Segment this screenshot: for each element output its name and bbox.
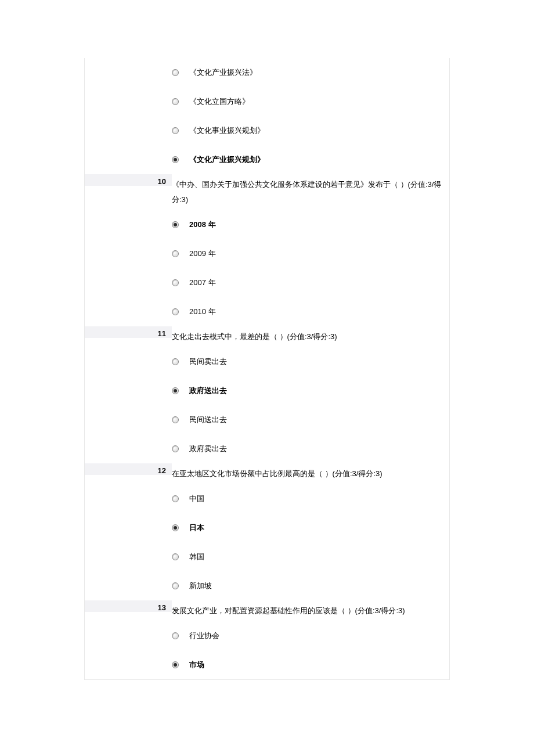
radio-button[interactable] [172, 221, 179, 228]
radio-button[interactable] [172, 98, 179, 105]
radio-button[interactable] [172, 358, 179, 365]
option-label: 韩国 [189, 552, 204, 562]
option-label: 日本 [189, 523, 204, 533]
radio-button[interactable] [172, 495, 179, 502]
question-block: 12在亚太地区文化市场份额中占比例最高的是（ ）(分值:3/得分:3)中国日本韩… [85, 463, 449, 600]
questions-root: 10《中办、国办关于加强公共文化服务体系建设的若干意见》发布于（ ）(分值:3/… [85, 174, 449, 679]
spacer [85, 58, 172, 174]
option-label: 民间卖出去 [189, 357, 227, 367]
radio-button[interactable] [172, 661, 179, 668]
question-number: 13 [85, 600, 172, 612]
question-content: 发展文化产业，对配置资源起基础性作用的应该是（ ）(分值:3/得分:3)行业协会… [172, 600, 449, 679]
q-option-row: 2010 年 [172, 297, 445, 326]
radio-wrap [172, 495, 189, 502]
radio-button[interactable] [172, 387, 179, 394]
radio-button[interactable] [172, 279, 179, 286]
options-list: 2008 年2009 年2007 年2010 年 [172, 210, 445, 326]
q-option-row: 行业协会 [172, 621, 445, 650]
question-content: 文化走出去模式中，最差的是（ ）(分值:3/得分:3)民间卖出去政府送出去民间送… [172, 326, 449, 463]
question-number: 10 [85, 174, 172, 186]
q-option-row: 2008 年 [172, 210, 445, 239]
orphan-options-block: 《文化产业振兴法》《文化立国方略》《文化事业振兴规划》《文化产业振兴规划》 [85, 58, 449, 174]
question-text: 《中办、国办关于加强公共文化服务体系建设的若干意见》发布于（ ）(分值:3/得分… [172, 174, 445, 210]
orphan-option-row: 《文化产业振兴法》 [172, 58, 445, 87]
radio-wrap [172, 632, 189, 639]
radio-wrap [172, 221, 189, 228]
option-label: 政府卖出去 [189, 444, 227, 454]
option-label: 政府送出去 [189, 386, 227, 396]
question-content: 《中办、国办关于加强公共文化服务体系建设的若干意见》发布于（ ）(分值:3/得分… [172, 174, 449, 326]
radio-wrap [172, 308, 189, 315]
radio-wrap [172, 416, 189, 423]
radio-wrap [172, 279, 189, 286]
radio-wrap [172, 156, 189, 163]
radio-wrap [172, 250, 189, 257]
question-content: 在亚太地区文化市场份额中占比例最高的是（ ）(分值:3/得分:3)中国日本韩国新… [172, 463, 449, 600]
q-option-row: 中国 [172, 484, 445, 513]
radio-button[interactable] [172, 632, 179, 639]
question-text: 在亚太地区文化市场份额中占比例最高的是（ ）(分值:3/得分:3) [172, 463, 445, 484]
radio-button[interactable] [172, 250, 179, 257]
radio-button[interactable] [172, 553, 179, 560]
question-block: 13发展文化产业，对配置资源起基础性作用的应该是（ ）(分值:3/得分:3)行业… [85, 600, 449, 679]
radio-wrap [172, 661, 189, 668]
option-label: 2010 年 [189, 307, 216, 317]
radio-wrap [172, 582, 189, 589]
q-option-row: 政府送出去 [172, 376, 445, 405]
option-label: 行业协会 [189, 631, 219, 641]
option-label: 中国 [189, 494, 204, 504]
options-list: 行业协会市场 [172, 621, 445, 679]
question-text: 文化走出去模式中，最差的是（ ）(分值:3/得分:3) [172, 326, 445, 347]
quiz-container: 《文化产业振兴法》《文化立国方略》《文化事业振兴规划》《文化产业振兴规划》 10… [84, 58, 450, 680]
q-option-row: 日本 [172, 513, 445, 542]
radio-button[interactable] [172, 156, 179, 163]
question-block: 11文化走出去模式中，最差的是（ ）(分值:3/得分:3)民间卖出去政府送出去民… [85, 326, 449, 463]
q-option-row: 新加坡 [172, 571, 445, 600]
radio-button[interactable] [172, 127, 179, 134]
option-label: 2009 年 [189, 249, 216, 259]
q-option-row: 市场 [172, 650, 445, 679]
q-option-row: 2007 年 [172, 268, 445, 297]
radio-wrap [172, 98, 189, 105]
option-label: 市场 [189, 660, 204, 670]
question-number: 12 [85, 463, 172, 475]
option-label: 《文化事业振兴规划》 [189, 125, 265, 136]
question-block: 10《中办、国办关于加强公共文化服务体系建设的若干意见》发布于（ ）(分值:3/… [85, 174, 449, 326]
radio-wrap [172, 445, 189, 452]
options-list: 中国日本韩国新加坡 [172, 484, 445, 600]
q-option-row: 韩国 [172, 542, 445, 571]
orphan-option-row: 《文化产业振兴规划》 [172, 145, 445, 174]
radio-button[interactable] [172, 582, 179, 589]
option-label: 2008 年 [189, 219, 216, 230]
q-option-row: 民间送出去 [172, 405, 445, 434]
option-label: 《文化立国方略》 [189, 96, 250, 107]
q-option-row: 2009 年 [172, 239, 445, 268]
options-list: 民间卖出去政府送出去民间送出去政府卖出去 [172, 347, 445, 463]
radio-wrap [172, 127, 189, 134]
radio-button[interactable] [172, 524, 179, 531]
option-label: 2007 年 [189, 278, 216, 288]
question-number: 11 [85, 326, 172, 338]
option-label: 《文化产业振兴规划》 [189, 154, 265, 165]
orphan-options-content: 《文化产业振兴法》《文化立国方略》《文化事业振兴规划》《文化产业振兴规划》 [172, 58, 449, 174]
option-label: 民间送出去 [189, 415, 227, 425]
orphan-options-list: 《文化产业振兴法》《文化立国方略》《文化事业振兴规划》《文化产业振兴规划》 [172, 58, 445, 174]
question-text: 发展文化产业，对配置资源起基础性作用的应该是（ ）(分值:3/得分:3) [172, 600, 445, 621]
radio-wrap [172, 553, 189, 560]
orphan-option-row: 《文化立国方略》 [172, 87, 445, 116]
option-label: 《文化产业振兴法》 [189, 67, 257, 78]
orphan-option-row: 《文化事业振兴规划》 [172, 116, 445, 145]
radio-wrap [172, 358, 189, 365]
radio-button[interactable] [172, 445, 179, 452]
radio-button[interactable] [172, 69, 179, 76]
radio-wrap [172, 524, 189, 531]
radio-button[interactable] [172, 416, 179, 423]
q-option-row: 民间卖出去 [172, 347, 445, 376]
radio-wrap [172, 69, 189, 76]
radio-wrap [172, 387, 189, 394]
radio-button[interactable] [172, 308, 179, 315]
q-option-row: 政府卖出去 [172, 434, 445, 463]
option-label: 新加坡 [189, 581, 212, 591]
